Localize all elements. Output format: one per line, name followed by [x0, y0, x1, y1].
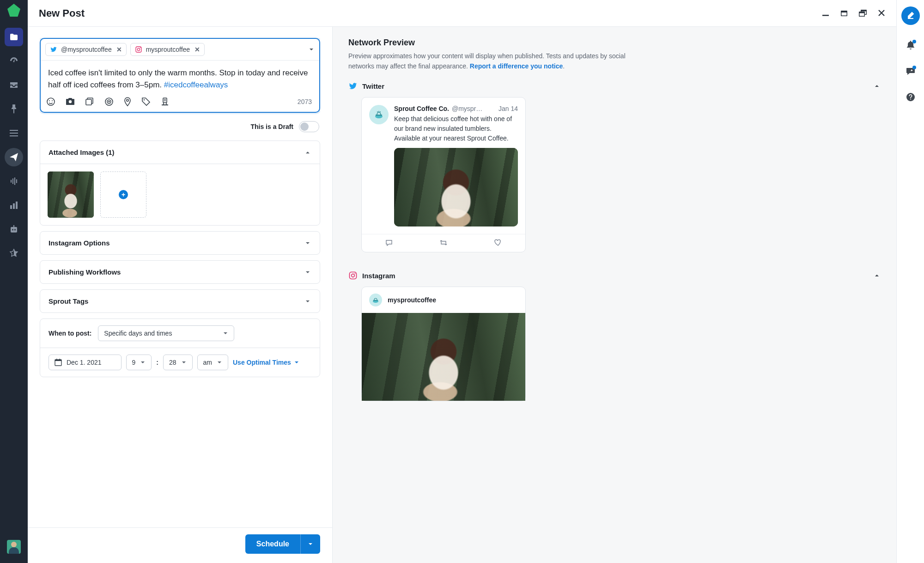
reply-icon[interactable] — [385, 239, 393, 247]
sprout-tags-section: Sprout Tags — [40, 289, 320, 313]
svg-rect-5 — [11, 180, 12, 183]
svg-point-34 — [109, 101, 109, 102]
topbar: New Post — [28, 0, 896, 27]
profile-chip-twitter[interactable]: @mysproutcoffee ✕ — [45, 43, 127, 56]
gallery-icon[interactable] — [85, 97, 94, 106]
nav-reports-icon[interactable] — [5, 196, 23, 214]
like-icon[interactable] — [494, 239, 502, 247]
report-difference-link[interactable]: Report a difference you notice — [470, 62, 563, 70]
profile-chip-handle: mysproutcoffee — [146, 46, 190, 53]
when-mode-select[interactable]: Specific days and times — [98, 325, 234, 341]
instagram-media — [362, 313, 525, 401]
remove-profile-icon[interactable]: ✕ — [195, 46, 200, 53]
svg-point-53 — [910, 99, 911, 100]
instagram-icon — [135, 46, 142, 53]
tasks-icon[interactable] — [901, 62, 920, 80]
svg-point-14 — [14, 229, 16, 231]
svg-point-27 — [49, 100, 50, 101]
svg-rect-39 — [55, 360, 61, 361]
publishing-workflows-header[interactable]: Publishing Workflows — [40, 261, 320, 283]
instagram-preview-heading: Instagram — [348, 271, 881, 280]
svg-rect-41 — [60, 359, 61, 360]
when-to-post-section: When to post: Specific days and times De… — [40, 318, 320, 377]
ampm-select[interactable]: am — [197, 355, 228, 370]
plus-icon: + — [119, 190, 128, 199]
nav-listening-icon[interactable] — [5, 172, 23, 190]
close-icon[interactable] — [878, 9, 885, 18]
location-icon[interactable] — [124, 97, 131, 106]
nav-reviews-icon[interactable] — [5, 244, 23, 263]
attached-images-section: Attached Images (1) + — [40, 141, 320, 226]
svg-point-25 — [140, 48, 141, 49]
svg-rect-8 — [16, 179, 17, 183]
right-icon-rail — [896, 0, 924, 563]
sprout-tags-header[interactable]: Sprout Tags — [40, 290, 320, 312]
emoji-icon[interactable] — [46, 97, 55, 106]
tweet-actions — [362, 234, 525, 252]
svg-rect-16 — [822, 15, 829, 16]
svg-point-36 — [144, 99, 145, 101]
nav-pin-icon[interactable] — [5, 100, 23, 118]
date-picker[interactable]: Dec 1. 2021 — [49, 355, 122, 370]
profile-dropdown-icon[interactable] — [308, 46, 315, 53]
profile-selector-row[interactable]: @mysproutcoffee ✕ mysproutcoffee ✕ — [41, 39, 319, 61]
nav-feeds-icon[interactable] — [5, 124, 23, 142]
page-title: New Post — [39, 7, 85, 19]
window-icon[interactable] — [840, 9, 848, 18]
svg-rect-7 — [14, 177, 15, 185]
hour-select[interactable]: 9 — [126, 355, 152, 370]
svg-rect-18 — [842, 12, 847, 16]
restore-icon[interactable] — [858, 9, 868, 18]
svg-point-24 — [137, 48, 140, 50]
profile-chip-instagram[interactable]: mysproutcoffee ✕ — [130, 43, 205, 56]
tag-icon[interactable] — [141, 97, 151, 106]
preview-title: Network Preview — [348, 38, 881, 48]
svg-rect-3 — [10, 133, 18, 134]
user-avatar[interactable] — [7, 540, 21, 554]
minute-select[interactable]: 28 — [163, 355, 193, 370]
instagram-options-header[interactable]: Instagram Options — [40, 232, 320, 254]
nav-inbox-icon[interactable] — [5, 76, 23, 94]
compose-toolbar: 2073 — [41, 94, 319, 112]
preview-description: Preview approximates how your content wi… — [348, 51, 626, 71]
target-icon[interactable] — [104, 97, 114, 106]
svg-point-46 — [380, 111, 381, 112]
optimal-times-link[interactable]: Use Optimal Times — [233, 359, 299, 366]
nav-compose-icon[interactable] — [5, 148, 23, 166]
add-image-button[interactable]: + — [100, 171, 146, 218]
help-icon[interactable] — [901, 88, 920, 106]
profile-chip-handle: @mysproutcoffee — [61, 46, 112, 53]
svg-point-26 — [47, 98, 55, 105]
nav-publishing-icon[interactable] — [5, 28, 23, 46]
minimize-icon[interactable] — [821, 9, 830, 18]
compose-column: @mysproutcoffee ✕ mysproutcoffee ✕ Iced … — [28, 27, 333, 563]
chevron-down-icon — [223, 330, 228, 336]
attached-images-header[interactable]: Attached Images (1) — [40, 141, 320, 164]
remove-profile-icon[interactable]: ✕ — [116, 46, 122, 53]
chevron-up-icon — [304, 149, 311, 156]
draft-toggle[interactable] — [299, 121, 319, 132]
nav-dashboard-icon[interactable] — [5, 52, 23, 70]
compose-fab[interactable] — [901, 6, 920, 25]
attached-image-thumb[interactable] — [48, 171, 94, 218]
chevron-down-icon — [304, 298, 311, 305]
composer-box: @mysproutcoffee ✕ mysproutcoffee ✕ Iced … — [40, 38, 320, 113]
instagram-options-section: Instagram Options — [40, 231, 320, 255]
notifications-icon[interactable] — [901, 36, 920, 55]
nav-bot-icon[interactable] — [5, 220, 23, 239]
tweet-media — [394, 148, 518, 226]
chevron-up-icon[interactable] — [873, 272, 881, 279]
retweet-icon[interactable] — [439, 239, 448, 247]
chevron-down-icon — [304, 269, 311, 276]
compose-text-input[interactable]: Iced coffee isn't limited to only the wa… — [41, 61, 319, 94]
account-avatar — [369, 294, 382, 306]
chevron-up-icon[interactable] — [873, 82, 881, 90]
camera-icon[interactable] — [66, 98, 75, 106]
account-avatar — [369, 105, 389, 124]
approval-icon[interactable] — [161, 97, 169, 106]
notification-dot — [912, 40, 916, 43]
svg-point-45 — [378, 111, 379, 112]
schedule-dropdown-button[interactable] — [300, 534, 320, 554]
schedule-button[interactable]: Schedule — [245, 534, 300, 554]
svg-point-35 — [127, 99, 128, 101]
